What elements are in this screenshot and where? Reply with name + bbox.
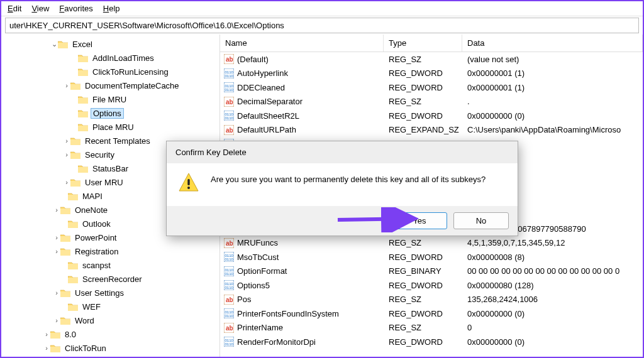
tree-item-label: Options xyxy=(91,108,124,119)
tree-item-label: scanpst xyxy=(80,261,113,270)
value-row[interactable]: (Default)REG_SZ(value not set) xyxy=(220,52,643,67)
folder-icon xyxy=(70,82,80,90)
value-name: Pos xyxy=(237,295,251,304)
value-data: C:\Users\panki\AppData\Roaming\Microso xyxy=(462,125,643,134)
chevron-right-icon[interactable]: › xyxy=(43,344,50,352)
tree-item-label: DocumentTemplateCache xyxy=(83,81,181,90)
value-row[interactable]: OptionFormatREG_BINARY00 00 00 00 00 00 … xyxy=(220,264,643,279)
folder-icon xyxy=(70,137,80,145)
col-header-name[interactable]: Name xyxy=(220,35,384,52)
tree-item-label: Outlook xyxy=(80,219,113,229)
chevron-right-icon[interactable]: › xyxy=(53,247,60,255)
value-row[interactable]: PrinterNameREG_SZ0 xyxy=(220,321,643,335)
tree-item[interactable]: ClickToRunLicensing xyxy=(1,65,219,79)
chevron-right-icon[interactable]: › xyxy=(63,178,70,186)
chevron-right-icon[interactable]: › xyxy=(53,289,60,296)
folder-icon xyxy=(78,165,88,173)
value-data: 0 xyxy=(462,323,643,332)
tree-item[interactable]: ⌄Excel xyxy=(1,37,219,51)
tree-item-label: User Settings xyxy=(73,288,126,298)
folder-icon xyxy=(60,317,70,325)
tree-item[interactable]: ›User Settings xyxy=(1,286,219,300)
tree-item-label: ClickToRunLicensing xyxy=(91,67,170,77)
value-row[interactable]: DecimalSeparatorREG_SZ. xyxy=(220,95,643,109)
col-header-type[interactable]: Type xyxy=(384,35,462,52)
value-row[interactable]: DDECleanedREG_DWORD0x00000001 (1) xyxy=(220,80,643,95)
col-header-data[interactable]: Data xyxy=(462,35,643,52)
value-row[interactable]: Options5REG_DWORD0x00000080 (128) xyxy=(220,278,643,293)
value-row[interactable]: PrinterFontsFoundInSystemREG_DWORD0x0000… xyxy=(220,306,643,321)
tree-item[interactable]: ›8.0 xyxy=(1,327,219,341)
value-row[interactable]: PosREG_SZ135,268,2424,1006 xyxy=(220,293,643,307)
menu-favorites[interactable]: Favorites xyxy=(59,4,92,13)
menu-edit[interactable]: Edit xyxy=(8,4,21,13)
value-row[interactable]: DefaultSheetR2LREG_DWORD0x00000000 (0) xyxy=(220,109,643,123)
folder-icon xyxy=(68,192,78,200)
folder-icon xyxy=(78,123,88,131)
address-bar[interactable]: uter\HKEY_CURRENT_USER\Software\Microsof… xyxy=(5,18,639,33)
value-row[interactable]: AutoHyperlinkREG_DWORD0x00000001 (1) xyxy=(220,67,643,81)
folder-icon xyxy=(60,234,70,242)
string-value-icon xyxy=(224,54,234,64)
tree-item[interactable]: Place MRU xyxy=(1,120,219,134)
value-name: RenderForMonitorDpi xyxy=(237,337,316,347)
chevron-right-icon[interactable]: › xyxy=(63,82,70,89)
tree-item-label: Word xyxy=(73,316,96,325)
tree-item[interactable]: ›ClickToRun xyxy=(1,341,219,355)
tree-item[interactable]: AddInLoadTimes xyxy=(1,51,219,65)
chevron-right-icon[interactable]: › xyxy=(63,137,70,144)
no-button[interactable]: No xyxy=(453,212,509,229)
value-row[interactable]: DefaultURLPathREG_EXPAND_SZC:\Users\pank… xyxy=(220,123,643,138)
value-name: PrinterFontsFoundInSystem xyxy=(237,309,339,318)
chevron-right-icon[interactable]: › xyxy=(43,330,50,338)
menu-view[interactable]: View xyxy=(31,4,49,13)
tree-item[interactable]: scanpst xyxy=(1,258,219,272)
value-row[interactable]: RenderForMonitorDpiREG_DWORD0x00000000 (… xyxy=(220,335,643,349)
folder-icon xyxy=(70,178,80,187)
tree-item[interactable]: Options xyxy=(1,106,219,120)
value-type: REG_EXPAND_SZ xyxy=(384,125,462,134)
value-type: REG_BINARY xyxy=(384,266,462,276)
tree-item[interactable]: File MRU xyxy=(1,92,219,106)
value-name: (Default) xyxy=(237,55,269,64)
tree-item-label: MAPI xyxy=(80,192,104,201)
value-name: AutoHyperlink xyxy=(237,68,288,78)
folder-icon xyxy=(58,40,68,48)
value-data: 0x00000000 (0) xyxy=(462,309,643,318)
value-data: 0x00000080 (128) xyxy=(462,281,643,290)
binary-value-icon xyxy=(224,68,234,79)
tree-item[interactable]: WEF xyxy=(1,300,219,313)
chevron-right-icon[interactable]: › xyxy=(63,151,70,158)
tree-item-label: ScreenRecorder xyxy=(80,274,144,284)
binary-value-icon xyxy=(224,280,234,290)
folder-icon xyxy=(78,54,88,62)
value-data: (value not set) xyxy=(462,55,643,64)
chevron-right-icon[interactable]: › xyxy=(53,206,60,214)
string-value-icon xyxy=(224,295,234,305)
tree-item-label: File MRU xyxy=(91,95,128,104)
folder-icon xyxy=(68,261,78,269)
tree-item-label: Registration xyxy=(73,247,120,256)
string-value-icon xyxy=(224,125,234,135)
tree-item[interactable]: ScreenRecorder xyxy=(1,272,219,286)
value-data: . xyxy=(462,97,643,106)
dialog-message: Are you sure you want to permanently del… xyxy=(211,172,486,184)
value-name: DDECleaned xyxy=(237,83,285,92)
yes-button[interactable]: Yes xyxy=(392,212,447,229)
tree-item-label: Excel xyxy=(70,40,94,49)
value-name: MsoTbCust xyxy=(237,252,279,262)
value-type: REG_DWORD xyxy=(384,337,462,347)
tree-item[interactable]: ›DocumentTemplateCache xyxy=(1,79,219,92)
value-data: 0x00000000 (0) xyxy=(462,111,643,121)
chevron-right-icon[interactable]: › xyxy=(53,317,60,324)
tree-item[interactable]: ›Common xyxy=(1,355,219,357)
chevron-down-icon[interactable]: ⌄ xyxy=(50,40,58,48)
value-name: DecimalSeparator xyxy=(237,97,303,106)
tree-item[interactable]: ›Word xyxy=(1,313,219,327)
tree-item-label: PowerPoint xyxy=(73,233,118,242)
tree-item[interactable]: ›Registration xyxy=(1,244,219,258)
chevron-right-icon[interactable]: › xyxy=(53,234,60,241)
value-row[interactable]: MRUFuncsREG_SZ4,5,1,359,0,7,15,345,59,12 xyxy=(220,236,643,251)
menu-help[interactable]: Help xyxy=(103,4,120,13)
value-row[interactable]: MsoTbCustREG_DWORD0x00000008 (8) xyxy=(220,250,643,264)
